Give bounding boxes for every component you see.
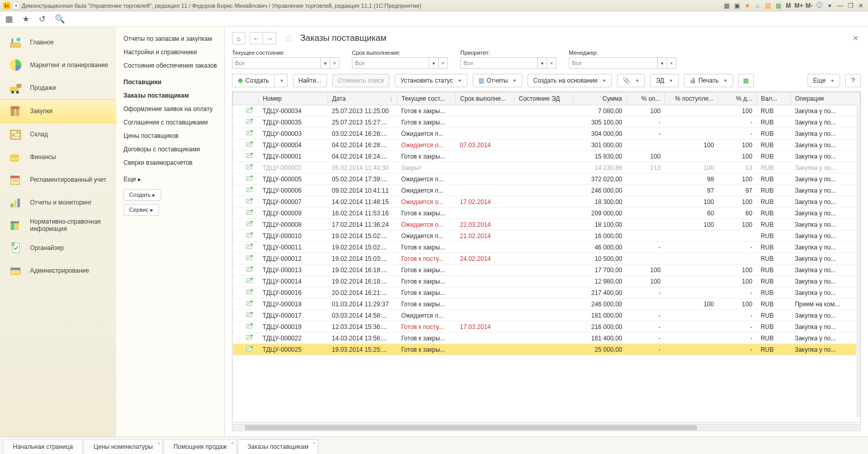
close-page-icon[interactable]: ✕: [850, 32, 861, 44]
column-header[interactable]: Операция: [791, 92, 860, 105]
column-header[interactable]: Вал...: [756, 92, 791, 105]
print-button[interactable]: 🖨Печать▼: [684, 74, 733, 87]
table-row[interactable]: ТДЦУ-00000817.02.2014 11:36:24Ожидается …: [233, 219, 860, 230]
favorite-star-icon[interactable]: ☆: [284, 32, 293, 44]
column-header[interactable]: [233, 92, 259, 105]
sidebar-item[interactable]: Финансы: [0, 146, 116, 168]
history-icon[interactable]: ↺: [39, 14, 45, 24]
panel-link[interactable]: Соглашения с поставщиками: [123, 116, 217, 129]
dropdown-icon[interactable]: ▾: [321, 57, 330, 69]
memory-m-button[interactable]: M: [784, 2, 793, 10]
titlebar-action-icon[interactable]: ▦: [722, 2, 731, 10]
column-header[interactable]: Номер: [258, 92, 328, 105]
reports-button[interactable]: ▥Отчеты▼: [473, 74, 522, 87]
close-tab-icon[interactable]: ×: [157, 441, 160, 446]
close-tab-icon[interactable]: ×: [231, 441, 234, 446]
titlebar-action-icon[interactable]: ▣: [733, 2, 741, 10]
dropdown-icon[interactable]: ▾: [658, 57, 667, 69]
column-header[interactable]: % оп...: [626, 92, 664, 105]
column-header[interactable]: Сумма: [573, 92, 626, 105]
info-icon[interactable]: ⓘ: [815, 2, 824, 10]
table-row[interactable]: ТДЦУ-00001019.02.2014 15:02:...Ожидается…: [233, 230, 860, 242]
table-row[interactable]: ТДЦУ-00002519.03.2014 15:25:...Готов к з…: [233, 344, 860, 355]
column-header[interactable]: % поступле...: [665, 92, 718, 105]
ed-button[interactable]: ЭД▼: [650, 74, 678, 87]
memory-mplus-button[interactable]: M+: [795, 2, 803, 10]
close-tab-icon[interactable]: ×: [313, 441, 316, 446]
create-dropdown-button[interactable]: ▼: [274, 74, 288, 87]
sidebar-item[interactable]: Органайзер: [0, 237, 116, 259]
search-icon[interactable]: 🔍: [55, 14, 65, 24]
favorites-star-icon[interactable]: ★: [22, 14, 29, 24]
sidebar-item[interactable]: Закупки: [0, 99, 116, 123]
export-button[interactable]: ▦: [738, 74, 754, 87]
attachment-button[interactable]: 📎▼: [617, 74, 645, 87]
table-row[interactable]: ТДЦУ-00001620.02.2014 16:21:...Готов к з…: [233, 287, 860, 299]
horizontal-scrollbar[interactable]: [232, 424, 861, 431]
column-header[interactable]: % д...: [718, 92, 756, 105]
back-button[interactable]: ←: [250, 32, 263, 44]
table-row[interactable]: ТДЦУ-00003525.07.2013 15:27:...Готов к з…: [233, 117, 860, 128]
panel-create-button[interactable]: Создать ▸: [123, 189, 161, 201]
panel-service-button[interactable]: Сервис ▸: [123, 204, 159, 216]
table-row[interactable]: ТДЦУ-00001703.03.2014 14:58:...Ожидается…: [233, 310, 860, 321]
bottom-tab[interactable]: Начальная страница: [3, 439, 83, 454]
column-header[interactable]: Текущее сост...: [397, 92, 456, 105]
clear-icon[interactable]: ×: [547, 57, 556, 69]
filter-due-input[interactable]: [352, 57, 429, 69]
table-row[interactable]: ТДЦУ-00000404.02.2014 16:28:...Ожидается…: [233, 139, 860, 151]
table-row[interactable]: ТДЦУ-00000303.02.2014 16:26:...Ожидается…: [233, 128, 860, 139]
table-row[interactable]: ТДЦУ-00001219.02.2014 15:03:...Готов к п…: [233, 253, 860, 264]
restore-icon[interactable]: ❐: [846, 2, 855, 10]
dropdown-icon[interactable]: ▾: [826, 2, 834, 10]
table-row[interactable]: ТДЦУ-00000205.02.2014 11:40:30Закрыт14 2…: [233, 162, 860, 174]
calc-icon[interactable]: ▤: [764, 2, 772, 10]
sidebar-item[interactable]: Продажи: [0, 76, 116, 99]
filter-priority-input[interactable]: [460, 57, 538, 69]
dropdown-icon[interactable]: ▾: [538, 57, 547, 69]
memory-mminus-button[interactable]: M-: [805, 2, 813, 10]
table-row[interactable]: ТДЦУ-00000104.02.2014 18:24:...Готов к з…: [233, 151, 860, 162]
table-row[interactable]: ТДЦУ-00003425.07.2013 11:25:00Готов к за…: [233, 105, 860, 117]
minimize-icon[interactable]: —: [836, 2, 844, 10]
create-button[interactable]: ⊕Создать: [232, 74, 274, 87]
sidebar-item[interactable]: Склад: [0, 123, 116, 146]
sidebar-item[interactable]: Нормативно-справочная информация: [0, 214, 116, 237]
column-header[interactable]: Состояние ЭД: [515, 92, 574, 105]
home-button[interactable]: ⌂: [232, 32, 245, 44]
sidebar-item[interactable]: Главное: [0, 31, 116, 54]
panel-link[interactable]: Сверки взаиморасчетов: [123, 156, 217, 169]
table-row[interactable]: ТДЦУ-00000609.02.2014 10:41:11Ожидается …: [233, 185, 860, 196]
bottom-tab[interactable]: Помощник продаж×: [164, 439, 237, 454]
find-button[interactable]: Найти...: [293, 74, 327, 87]
forward-button[interactable]: →: [263, 32, 276, 44]
table-row[interactable]: ТДЦУ-00001119.02.2014 15:02:...Готов к з…: [233, 242, 860, 253]
sidebar-item[interactable]: Администрирование: [0, 259, 116, 282]
clear-icon[interactable]: ×: [330, 57, 339, 69]
vertical-scrollbar[interactable]: [856, 106, 860, 417]
sidebar-item[interactable]: Регламентированный учет: [0, 168, 116, 191]
panel-link[interactable]: Настройки и справочники: [123, 45, 217, 59]
close-icon[interactable]: ✕: [857, 2, 865, 10]
table-row[interactable]: ТДЦУ-00000916.02.2014 11:53:16Готов к за…: [233, 208, 860, 219]
help-button[interactable]: ?: [845, 74, 861, 87]
sidebar-item[interactable]: Маркетинг и планирование: [0, 54, 116, 76]
table-row[interactable]: ТДЦУ-00001801.03.2014 11:29:37Готов к за…: [233, 299, 860, 310]
star-icon[interactable]: ★: [743, 2, 751, 10]
table-row[interactable]: ТДЦУ-00001912.03.2014 15:36:...Готов к п…: [233, 321, 860, 333]
more-button[interactable]: Еще▼: [808, 74, 840, 87]
table-row[interactable]: ТДЦУ-00000714.02.2014 11:48:15Ожидается …: [233, 196, 860, 208]
sidebar-item[interactable]: Отчеты и мониторинг: [0, 191, 116, 214]
column-header[interactable]: Дата↓: [328, 92, 397, 105]
home-icon[interactable]: ⌂: [753, 2, 762, 10]
table-row[interactable]: ТДЦУ-00000505.02.2014 17:39:...Ожидается…: [233, 174, 860, 185]
column-header[interactable]: Срок выполне...: [456, 92, 515, 105]
table-row[interactable]: ТДЦУ-00001319.02.2014 16:18:...Готов к з…: [233, 264, 860, 276]
panel-link-orders[interactable]: Заказы поставщикам: [123, 89, 217, 102]
table-row[interactable]: ТДЦУ-00002214.03.2014 13:56:...Готов к з…: [233, 333, 860, 344]
bottom-tab[interactable]: Цены номенклатуры×: [84, 439, 163, 454]
panel-link[interactable]: Оформление заявок на оплату: [123, 102, 217, 116]
set-status-button[interactable]: Установить статус▼: [395, 74, 468, 87]
create-based-button[interactable]: Создать на основании▼: [528, 74, 612, 87]
table-row[interactable]: ТДЦУ-00001419.02.2014 16:18:...Готов к з…: [233, 276, 860, 287]
